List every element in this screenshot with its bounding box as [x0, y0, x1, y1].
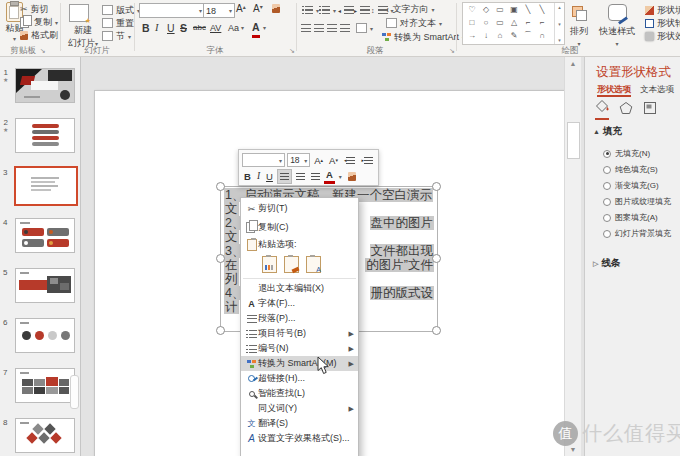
strikethrough-button[interactable]: S — [180, 20, 187, 35]
bullets-button[interactable]: ▾ — [302, 4, 319, 16]
pentagon-icon[interactable] — [619, 101, 633, 119]
menu-item-14[interactable]: 翻译(S) — [241, 416, 358, 431]
slide-thumbnail-8[interactable]: 8 — [0, 418, 80, 454]
paste-keep-source-icon[interactable] — [262, 256, 277, 273]
mini-align-left-button[interactable] — [277, 169, 292, 184]
clear-formatting-button[interactable] — [272, 4, 280, 13]
slide-thumbnail-6[interactable]: 6 — [0, 318, 80, 354]
strike-abc-button[interactable]: abc — [193, 20, 206, 35]
shape-glyph[interactable]: ⌂ — [493, 31, 507, 40]
fill-option-3[interactable]: 图片或纹理填充 — [603, 196, 671, 207]
thumbnail-preview[interactable] — [15, 218, 75, 253]
change-case-button[interactable]: Aa — [228, 20, 239, 35]
tab-shape-options[interactable]: 形状选项 — [597, 84, 631, 97]
shape-glyph[interactable]: ▭ — [493, 18, 507, 27]
thumbnail-preview[interactable] — [15, 68, 75, 103]
italic-button[interactable]: I — [155, 20, 159, 35]
shape-glyph[interactable]: ◇ — [479, 5, 493, 14]
fill-option-0[interactable]: 无填充(N) — [603, 148, 650, 159]
numbering-button[interactable]: ▾ — [319, 4, 336, 16]
fill-bucket-icon[interactable] — [595, 99, 609, 120]
dialog-launcher-icon[interactable]: ↘ — [40, 47, 46, 54]
fill-option-1[interactable]: 纯色填充(S) — [603, 164, 658, 175]
menu-item-15[interactable]: 设置文字效果格式(S)... — [241, 431, 358, 446]
fill-section-header[interactable]: ▲填充 — [593, 125, 622, 138]
resize-handle-bottom-left[interactable] — [216, 326, 225, 335]
thumbnail-preview[interactable] — [15, 368, 75, 403]
mini-align-right-button[interactable] — [309, 170, 322, 183]
menu-item-7[interactable]: 段落(P)... — [241, 311, 358, 326]
menu-item-1[interactable]: 复制(C) — [241, 218, 358, 237]
mini-increase-indent-button[interactable]: ▸ — [359, 154, 375, 167]
mini-grow-font-button[interactable]: A▴ — [312, 154, 325, 167]
shape-glyph[interactable]: ♡ — [465, 5, 479, 14]
align-text-button[interactable]: 对齐文本▾ — [386, 17, 442, 29]
slide-thumbnail-4[interactable]: 4 — [0, 218, 80, 254]
mini-italic-button[interactable]: I — [255, 170, 262, 183]
grow-font-button[interactable]: A▴ — [236, 3, 246, 14]
size-properties-icon[interactable] — [643, 101, 657, 119]
paste-text-only-icon[interactable]: A — [306, 256, 321, 273]
menu-item-9[interactable]: 编号(N)▶ — [241, 341, 358, 356]
reset-button[interactable]: 重置 — [102, 17, 134, 29]
paragraph-dialog-launcher[interactable]: ↘ — [444, 45, 456, 55]
thumbnail-preview[interactable] — [14, 166, 78, 206]
shape-effects-button[interactable]: 形状效果 — [645, 30, 680, 42]
align-center-button[interactable] — [314, 22, 324, 34]
shape-glyph[interactable]: ╲ — [521, 5, 535, 14]
tab-text-options[interactable]: 文本选项 — [640, 84, 674, 94]
underline-button[interactable]: U — [167, 20, 175, 35]
columns-button[interactable]: ▾ — [356, 22, 373, 34]
text-direction-button[interactable]: ↕文字方向▾ — [386, 3, 435, 15]
mini-format-painter-button[interactable] — [346, 170, 358, 183]
font-dialog-launcher[interactable]: ↘ — [284, 45, 296, 55]
section-button[interactable]: 节▾ — [102, 30, 131, 42]
scrollbar-thumb[interactable] — [567, 122, 580, 159]
shape-glyph[interactable]: ╲ — [535, 5, 549, 14]
shape-glyph[interactable]: ⌐ — [535, 18, 549, 27]
slide-thumbnail-2[interactable]: 2★ — [0, 118, 80, 154]
decrease-indent-button[interactable]: ◂ — [338, 4, 354, 16]
cut-button[interactable]: ✂剪切 — [20, 3, 49, 15]
menu-item-2[interactable]: 粘贴选项: — [241, 237, 358, 252]
shape-fill-button[interactable]: 形状填充 — [645, 4, 680, 16]
shapes-gallery[interactable]: ♡◇▭▣╲╲□○▭△⌐⌐→↓⌂✎⌒∩ ▴▾▾ — [462, 2, 565, 45]
align-right-button[interactable] — [327, 22, 337, 34]
shape-glyph[interactable]: ⌒ — [521, 30, 535, 41]
format-painter-button[interactable]: 格式刷 — [20, 29, 58, 41]
shape-glyph[interactable]: ↓ — [479, 31, 493, 40]
shape-glyph[interactable]: □ — [465, 18, 479, 27]
mini-decrease-indent-button[interactable]: ◂ — [342, 154, 358, 167]
menu-item-11[interactable]: 超链接(H)... — [241, 371, 358, 386]
justify-button[interactable] — [340, 22, 350, 34]
convert-smartart-button[interactable]: 转换为 SmartArt▾ — [382, 31, 465, 43]
bold-button[interactable]: B — [142, 20, 150, 35]
thumbnail-preview[interactable] — [15, 318, 75, 353]
menu-item-13[interactable]: 同义词(Y)▶ — [241, 401, 358, 416]
canvas-scrollbar[interactable]: ▲ ▼ — [564, 57, 581, 456]
font-size-select[interactable]: 18▾ — [203, 3, 235, 18]
scroll-down-icon[interactable]: ▼ — [565, 446, 581, 453]
slide-thumbnail-5[interactable]: 5 — [0, 268, 80, 304]
shape-glyph[interactable]: △ — [507, 18, 521, 27]
shape-glyph[interactable]: ∩ — [535, 31, 549, 40]
quick-styles-button[interactable]: 快速样式▾ — [596, 25, 638, 48]
thumbnail-preview[interactable] — [15, 418, 75, 453]
paste-merge-format-icon[interactable] — [284, 256, 299, 273]
font-name-select[interactable]: ▾ — [139, 3, 205, 18]
mini-font-size-select[interactable]: 18▾ — [287, 153, 310, 167]
resize-handle-mid-right[interactable] — [432, 254, 441, 263]
mini-font-name-select[interactable]: ▾ — [242, 153, 285, 167]
menu-item-6[interactable]: 字体(F)... — [241, 296, 358, 311]
shape-outline-button[interactable]: 形状轮廓 — [645, 17, 680, 29]
menu-item-8[interactable]: 项目符号(B)▶ — [241, 326, 358, 341]
shape-glyph[interactable]: ▣ — [507, 5, 521, 14]
shape-glyph[interactable]: → — [465, 31, 479, 40]
thumbnail-preview[interactable] — [15, 118, 75, 153]
shape-glyph[interactable]: ○ — [479, 18, 493, 27]
resize-handle-top-right[interactable] — [432, 182, 441, 191]
slide-thumbnail-1[interactable]: 1★ — [0, 68, 80, 104]
mini-font-color-button[interactable]: A — [324, 168, 335, 184]
mini-align-center-button[interactable] — [294, 170, 307, 183]
resize-handle-top-left[interactable] — [216, 182, 225, 191]
